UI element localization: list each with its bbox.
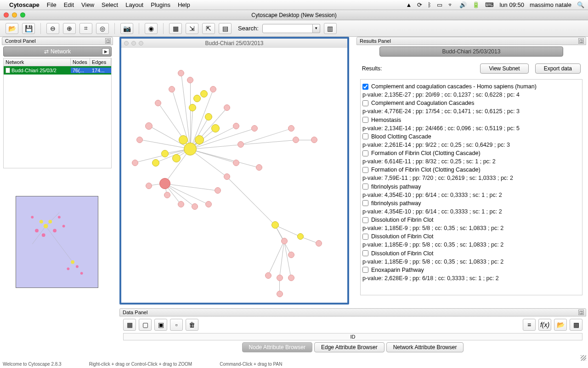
result-checkbox-row[interactable]: Enoxaparin Pathway (362, 266, 579, 274)
result-checkbox[interactable] (362, 250, 368, 256)
result-checkbox[interactable] (362, 84, 368, 90)
graph-node[interactable] (293, 137, 299, 143)
graph-node[interactable] (277, 275, 283, 281)
distribute-icon[interactable]: ⇱ (202, 23, 215, 34)
graph-node[interactable] (159, 178, 170, 189)
inner-min-icon[interactable] (131, 41, 136, 46)
menu-view[interactable]: View (81, 1, 94, 8)
result-checkbox[interactable] (362, 117, 368, 123)
result-checkbox[interactable] (362, 217, 368, 223)
zoom-out-icon[interactable]: ⊖ (46, 23, 59, 34)
graph-node[interactable] (152, 159, 159, 167)
network-overview[interactable] (16, 196, 98, 288)
menu-edit[interactable]: Edit (64, 1, 74, 8)
col-edges[interactable]: Edges (90, 58, 111, 66)
deselect-icon[interactable]: ▫ (170, 319, 183, 331)
graph-node[interactable] (215, 187, 221, 194)
tab-network-browser[interactable]: Network Attribute Browser (386, 342, 464, 352)
undock-icon[interactable]: ◫ (105, 38, 111, 44)
import-icon[interactable]: 📂 (554, 319, 567, 331)
result-checkbox-row[interactable]: Formation of Fibrin Clot (Clotting Casca… (362, 166, 579, 174)
search-dropdown-icon[interactable]: ▼ (313, 24, 320, 33)
graph-node[interactable] (146, 183, 152, 189)
graph-node[interactable] (205, 113, 212, 121)
graph-node[interactable] (297, 233, 304, 240)
network-tab[interactable]: ⇄Network ▶ (3, 46, 112, 57)
result-checkbox-row[interactable]: Formation of Fibrin Clot (Clotting Casca… (362, 149, 579, 157)
zoom-in-icon[interactable]: ⊕ (63, 23, 76, 34)
graph-node[interactable] (132, 160, 138, 166)
result-checkbox-row[interactable]: Dissolution of Fibrin Clot (362, 232, 579, 241)
graph-node[interactable] (179, 135, 188, 144)
search-input[interactable] (262, 24, 313, 33)
tab-edge-browser[interactable]: Edge Attribute Browser (314, 342, 384, 352)
result-checkbox-row[interactable]: fibrinolysis pathway (362, 183, 579, 191)
gdrive-icon[interactable]: ▲ (406, 1, 412, 8)
result-checkbox-row[interactable]: fibrinolysis pathway (362, 199, 579, 207)
graph-node[interactable] (288, 252, 294, 258)
graph-node[interactable] (178, 201, 184, 207)
open-icon[interactable]: 📂 (6, 23, 18, 34)
result-checkbox[interactable] (362, 234, 368, 240)
graph-node[interactable] (210, 86, 216, 92)
graph-node[interactable] (195, 135, 204, 144)
view-subnet-button[interactable]: View Subnet (480, 63, 528, 74)
graph-node[interactable] (187, 77, 193, 83)
result-checkbox-row[interactable]: Dissolution of Fibrin Clot (362, 216, 579, 224)
undock-data-icon[interactable]: ◫ (578, 310, 584, 315)
result-checkbox[interactable] (362, 133, 368, 139)
close-window-button[interactable] (4, 12, 9, 17)
new-col-icon[interactable]: ▢ (139, 319, 152, 331)
graph-node[interactable] (178, 70, 184, 76)
bluetooth-icon[interactable]: ᛒ (428, 1, 431, 8)
inner-zoom-icon[interactable] (139, 41, 143, 46)
graph-node[interactable] (233, 123, 239, 129)
graph-node[interactable] (233, 160, 239, 166)
results-tab[interactable]: Budd-Chiari 25/03/2013 (379, 46, 563, 57)
battery-icon[interactable]: 🔋 (472, 1, 480, 8)
result-checkbox[interactable] (362, 184, 368, 190)
graph-node[interactable] (169, 86, 175, 92)
list-mode-icon[interactable]: ≡ (523, 319, 536, 331)
result-checkbox-row[interactable]: Hemostasis (362, 116, 579, 124)
menu-layout[interactable]: Layout (125, 1, 143, 8)
user-menu[interactable]: massimo natale (530, 1, 571, 8)
menu-file[interactable]: File (47, 1, 57, 8)
undock-results-icon[interactable]: ◫ (578, 38, 584, 44)
graph-node[interactable] (161, 150, 169, 157)
results-list[interactable]: Complement and coagulation cascades - Ho… (360, 79, 582, 295)
delete-icon[interactable]: 🗑 (186, 319, 198, 331)
graph-node[interactable] (281, 238, 288, 244)
resize-handle[interactable] (581, 355, 586, 361)
result-checkbox-row[interactable]: Dissolution of Fibrin Clot (362, 249, 579, 258)
result-checkbox[interactable] (362, 100, 368, 106)
sync-icon[interactable]: ⟳ (417, 1, 422, 8)
filter-icon[interactable]: ▦ (169, 23, 182, 34)
data-col-id[interactable]: ID (123, 333, 582, 340)
result-checkbox[interactable] (362, 167, 368, 173)
tab-node-browser[interactable]: Node Attribute Browser (242, 342, 312, 352)
result-checkbox[interactable] (362, 200, 368, 206)
graph-node[interactable] (265, 272, 271, 279)
graph-node[interactable] (200, 90, 208, 98)
graph-node[interactable] (164, 192, 170, 198)
display-icon[interactable]: ▭ (437, 1, 442, 8)
save-icon[interactable]: 💾 (22, 23, 35, 34)
zoom-selected-icon[interactable]: ◎ (96, 23, 109, 34)
search-go-icon[interactable]: ▥ (324, 23, 337, 34)
graph-node[interactable] (184, 143, 197, 155)
tab-next-icon[interactable]: ▶ (102, 48, 109, 55)
volume-icon[interactable]: 🔊 (459, 1, 467, 8)
graph-node[interactable] (288, 275, 294, 281)
wifi-icon[interactable]: ᯤ (448, 1, 454, 8)
export-data-button[interactable]: Export data (535, 63, 581, 74)
function-icon[interactable]: f(x) (538, 319, 551, 331)
graph-node[interactable] (145, 122, 153, 130)
graph-node[interactable] (311, 137, 317, 143)
col-nodes[interactable]: Nodes (71, 58, 90, 66)
snapshot-icon[interactable]: 📷 (120, 23, 133, 34)
col-network[interactable]: Network (4, 58, 71, 66)
graph-node[interactable] (205, 201, 212, 207)
align-icon[interactable]: ⇲ (186, 23, 198, 34)
graph-node[interactable] (211, 124, 220, 132)
